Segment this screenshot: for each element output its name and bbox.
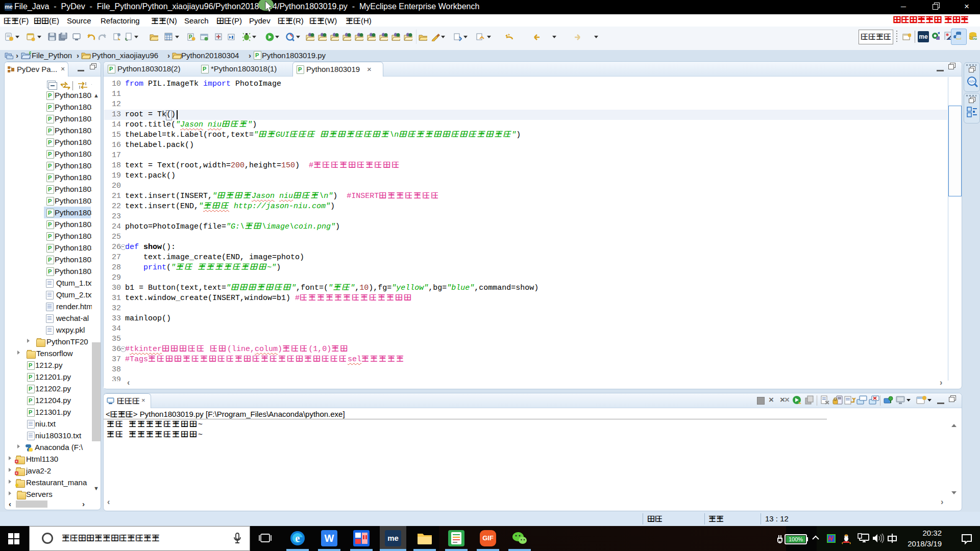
svg-text:P: P: [29, 51, 31, 56]
svg-text:e: e: [296, 533, 300, 544]
svg-text:GIT: GIT: [973, 38, 977, 40]
svg-text:</>: </>: [969, 79, 975, 84]
svg-text:100%: 100%: [789, 536, 803, 542]
